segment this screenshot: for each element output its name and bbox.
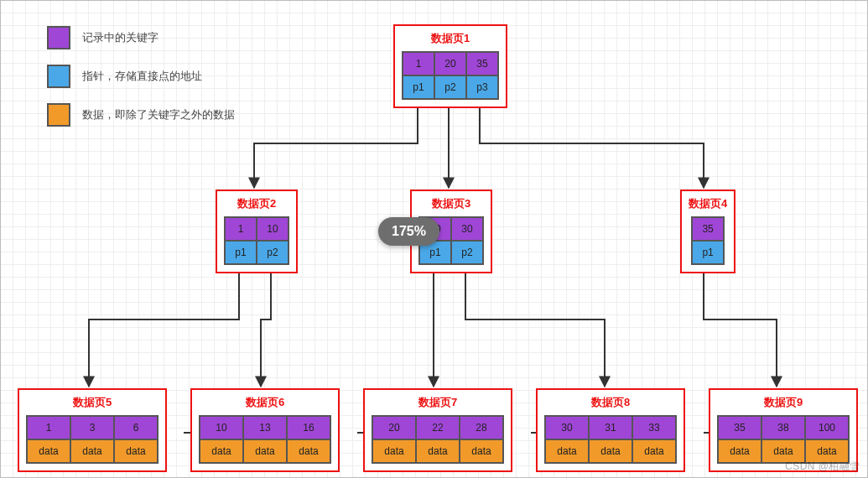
- legend-row-data: 数据，即除了关键字之外的数据: [47, 103, 235, 127]
- legend-row-key: 记录中的关键字: [47, 26, 235, 49]
- node-title: 数据页4: [689, 196, 727, 211]
- legend-swatch-purple: [47, 26, 70, 49]
- legend-swatch-orange: [47, 103, 70, 127]
- key-cell: 35: [692, 217, 724, 241]
- data-cell: data: [632, 439, 676, 463]
- ptr-cell: p2: [451, 241, 483, 264]
- key-cell: 100: [805, 416, 849, 439]
- data-cell: data: [718, 439, 761, 463]
- node-table: 1 10 p1 p2: [224, 216, 289, 265]
- key-cell: 1: [27, 416, 70, 439]
- node-title: 数据页6: [199, 395, 331, 410]
- legend: 记录中的关键字 指针，存储直接点的地址 数据，即除了关键字之外的数据: [47, 26, 235, 142]
- data-cell: data: [372, 439, 416, 463]
- key-cell: 28: [460, 416, 503, 439]
- node-title: 数据页8: [544, 395, 677, 410]
- node-page5: 数据页5 1 3 6 data data data: [18, 388, 167, 472]
- ptr-cell: p1: [225, 241, 257, 264]
- node-page7: 数据页7 20 22 28 data data data: [363, 388, 512, 472]
- watermark: CSDN @柏融雪: [785, 460, 860, 474]
- ptr-cell: p1: [692, 241, 724, 264]
- key-cell: 30: [451, 217, 483, 241]
- node-page4: 数据页4 35 p1: [680, 190, 735, 273]
- key-cell: 10: [257, 217, 288, 241]
- data-cell: data: [287, 439, 330, 463]
- data-cell: data: [200, 439, 243, 463]
- key-cell: 35: [466, 52, 498, 75]
- legend-swatch-blue: [47, 65, 70, 88]
- data-cell: data: [416, 439, 460, 463]
- node-table: 1 3 6 data data data: [26, 415, 159, 464]
- data-cell: data: [460, 439, 503, 463]
- key-cell: 1: [225, 217, 257, 241]
- node-page6: 数据页6 10 13 16 data data data: [190, 388, 340, 472]
- key-cell: 38: [761, 416, 805, 439]
- key-cell: 6: [114, 416, 158, 439]
- key-cell: 30: [545, 416, 589, 439]
- key-cell: 20: [372, 416, 416, 439]
- key-cell: 20: [434, 52, 466, 75]
- data-cell: data: [70, 439, 114, 463]
- key-cell: 22: [416, 416, 460, 439]
- key-cell: 33: [632, 416, 676, 439]
- node-title: 数据页7: [372, 395, 504, 410]
- data-cell: data: [589, 439, 632, 463]
- key-cell: 31: [589, 416, 632, 439]
- node-table: 10 13 16 data data data: [199, 415, 331, 464]
- ptr-cell: p1: [403, 75, 434, 99]
- node-table: 30 31 33 data data data: [544, 415, 677, 464]
- data-cell: data: [545, 439, 589, 463]
- data-cell: data: [27, 439, 70, 463]
- data-cell: data: [114, 439, 158, 463]
- node-table: 35 38 100 data data data: [717, 415, 850, 464]
- legend-text-data: 数据，即除了关键字之外的数据: [82, 107, 235, 122]
- node-table: 20 22 28 data data data: [372, 415, 504, 464]
- key-cell: 13: [243, 416, 287, 439]
- node-title: 数据页9: [717, 395, 850, 410]
- node-title: 数据页5: [26, 395, 159, 410]
- node-title: 数据页3: [418, 196, 484, 211]
- key-cell: 35: [718, 416, 761, 439]
- ptr-cell: p3: [466, 75, 498, 99]
- node-page2: 数据页2 1 10 p1 p2: [216, 190, 298, 273]
- legend-text-ptr: 指针，存储直接点的地址: [82, 69, 202, 84]
- node-table: 1 20 35 p1 p2 p3: [402, 51, 499, 100]
- node-page1: 数据页1 1 20 35 p1 p2 p3: [393, 24, 507, 108]
- key-cell: 3: [70, 416, 114, 439]
- ptr-cell: p2: [434, 75, 466, 99]
- node-title: 数据页2: [224, 196, 289, 211]
- key-cell: 16: [287, 416, 330, 439]
- legend-text-key: 记录中的关键字: [82, 30, 159, 45]
- key-cell: 10: [200, 416, 243, 439]
- zoom-value: 175%: [392, 224, 426, 238]
- node-table: 35 p1: [691, 216, 725, 265]
- legend-row-ptr: 指针，存储直接点的地址: [47, 65, 235, 88]
- data-cell: data: [243, 439, 287, 463]
- node-title: 数据页1: [402, 31, 499, 46]
- node-page8: 数据页8 30 31 33 data data data: [536, 388, 685, 472]
- key-cell: 1: [403, 52, 434, 75]
- ptr-cell: p2: [257, 241, 288, 264]
- zoom-badge: 175%: [378, 217, 439, 246]
